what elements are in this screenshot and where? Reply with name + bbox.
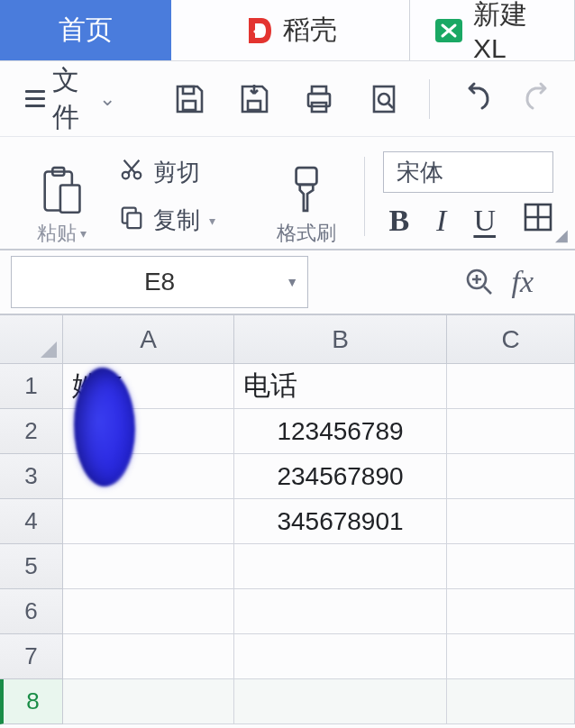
cell[interactable] bbox=[447, 454, 575, 499]
copy-label: 复制 bbox=[153, 205, 200, 236]
redo-icon[interactable] bbox=[520, 79, 560, 119]
font-family-select[interactable]: 宋体 bbox=[383, 151, 553, 193]
paste-icon[interactable] bbox=[36, 164, 87, 218]
tab-home[interactable]: 首页 bbox=[0, 0, 171, 60]
quick-access-toolbar: 文件 ⌄ ⌄ bbox=[0, 61, 575, 137]
cell[interactable] bbox=[447, 364, 575, 409]
grid-row: 6 bbox=[0, 589, 575, 634]
zoom-icon[interactable] bbox=[464, 267, 495, 297]
column-headers: A B C bbox=[0, 315, 575, 364]
cell[interactable] bbox=[234, 544, 447, 589]
font-style-strip: B I U bbox=[383, 202, 553, 240]
cell[interactable] bbox=[234, 634, 447, 679]
undo-icon[interactable] bbox=[455, 79, 495, 119]
toolbar-separator bbox=[429, 79, 430, 119]
row-header[interactable]: 3 bbox=[0, 454, 63, 499]
formula-bar: E8 ▼ fx bbox=[0, 250, 575, 315]
row-header[interactable]: 7 bbox=[0, 634, 63, 679]
svg-point-13 bbox=[134, 172, 141, 178]
underline-button[interactable]: U bbox=[473, 204, 496, 238]
select-all-corner[interactable] bbox=[0, 315, 63, 364]
cut-label: 剪切 bbox=[153, 157, 200, 188]
row-header[interactable]: 6 bbox=[0, 589, 63, 634]
format-painter-icon[interactable] bbox=[284, 162, 329, 216]
font-group: 宋体 B I U bbox=[383, 146, 553, 247]
dropdown-icon[interactable]: ▼ bbox=[286, 275, 298, 289]
svg-rect-16 bbox=[297, 168, 317, 185]
column-header-b[interactable]: B bbox=[234, 315, 447, 364]
italic-button[interactable]: I bbox=[436, 204, 446, 238]
cell[interactable] bbox=[63, 589, 234, 634]
format-painter-label[interactable]: 格式刷 bbox=[277, 220, 336, 247]
paste-label[interactable]: 粘贴▾ bbox=[37, 220, 87, 247]
row-header[interactable]: 4 bbox=[0, 499, 63, 544]
cell[interactable] bbox=[63, 409, 234, 454]
svg-rect-2 bbox=[183, 86, 194, 94]
name-box-value: E8 bbox=[144, 268, 175, 296]
hamburger-icon bbox=[25, 90, 45, 107]
cell[interactable] bbox=[63, 679, 234, 724]
quick-access-icons: ⌄ bbox=[169, 79, 575, 119]
cell[interactable] bbox=[63, 634, 234, 679]
format-painter-group: 格式刷 bbox=[267, 146, 346, 247]
cell[interactable] bbox=[234, 679, 447, 724]
cell[interactable] bbox=[447, 589, 575, 634]
chevron-down-icon: ⌄ bbox=[99, 87, 115, 111]
fx-button[interactable]: fx bbox=[511, 265, 534, 299]
cell[interactable]: 姓名 bbox=[63, 364, 234, 409]
svg-rect-1 bbox=[183, 101, 196, 110]
print-preview-icon[interactable] bbox=[364, 79, 404, 119]
cell[interactable] bbox=[447, 634, 575, 679]
cell[interactable]: 123456789 bbox=[234, 409, 447, 454]
name-box[interactable]: E8 ▼ bbox=[11, 256, 308, 308]
cell[interactable] bbox=[63, 499, 234, 544]
grid-row: 8 bbox=[0, 679, 575, 724]
cell[interactable]: 234567890 bbox=[234, 454, 447, 499]
svg-rect-7 bbox=[374, 86, 394, 112]
cell[interactable] bbox=[447, 544, 575, 589]
tab-bar: 首页 稻壳 新建 XL bbox=[0, 0, 575, 61]
cell[interactable] bbox=[447, 499, 575, 544]
tab-docer-label: 稻壳 bbox=[283, 12, 337, 49]
cell[interactable] bbox=[234, 589, 447, 634]
paste-group: 粘贴▾ bbox=[22, 146, 101, 247]
cell[interactable] bbox=[447, 409, 575, 454]
borders-button[interactable] bbox=[523, 202, 553, 240]
scissors-icon bbox=[119, 157, 144, 188]
svg-rect-5 bbox=[312, 86, 326, 94]
svg-rect-15 bbox=[128, 213, 141, 228]
cell[interactable]: 电话 bbox=[234, 364, 447, 409]
save-icon[interactable] bbox=[169, 79, 209, 119]
cut-button[interactable]: 剪切 bbox=[119, 157, 249, 188]
print-icon[interactable] bbox=[299, 79, 339, 119]
row-header[interactable]: 8 bbox=[0, 679, 63, 724]
svg-rect-3 bbox=[248, 101, 260, 110]
file-menu-button[interactable]: 文件 ⌄ bbox=[25, 62, 115, 136]
cell[interactable] bbox=[63, 544, 234, 589]
row-header[interactable]: 2 bbox=[0, 409, 63, 454]
ribbon-expander-icon[interactable]: ◢ bbox=[555, 225, 568, 245]
ribbon-home: 粘贴▾ 剪切 复制 ▾ 格式刷 宋体 B I U bbox=[0, 137, 575, 250]
grid-row: 3 234567890 bbox=[0, 454, 575, 499]
bold-button[interactable]: B bbox=[388, 204, 409, 238]
docer-icon bbox=[243, 15, 274, 46]
cell[interactable] bbox=[447, 679, 575, 724]
fx-area: fx bbox=[464, 265, 566, 299]
column-header-c[interactable]: C bbox=[447, 315, 575, 364]
grid-row: 5 bbox=[0, 544, 575, 589]
copy-button[interactable]: 复制 ▾ bbox=[119, 205, 249, 236]
tab-new-sheet-label: 新建 XL bbox=[473, 0, 551, 64]
grid-row: 4 345678901 bbox=[0, 499, 575, 544]
row-header[interactable]: 1 bbox=[0, 364, 63, 409]
column-header-a[interactable]: A bbox=[63, 315, 234, 364]
copy-icon bbox=[119, 205, 144, 236]
spreadsheet-icon bbox=[434, 15, 464, 46]
cell[interactable] bbox=[63, 454, 234, 499]
tab-docer[interactable]: 稻壳 bbox=[171, 0, 410, 60]
row-header[interactable]: 5 bbox=[0, 544, 63, 589]
save-as-icon[interactable] bbox=[234, 79, 274, 119]
tab-home-label: 首页 bbox=[59, 12, 113, 49]
tab-new-sheet[interactable]: 新建 XL bbox=[410, 0, 575, 60]
cell[interactable]: 345678901 bbox=[234, 499, 447, 544]
cut-copy-group: 剪切 复制 ▾ bbox=[119, 146, 249, 247]
